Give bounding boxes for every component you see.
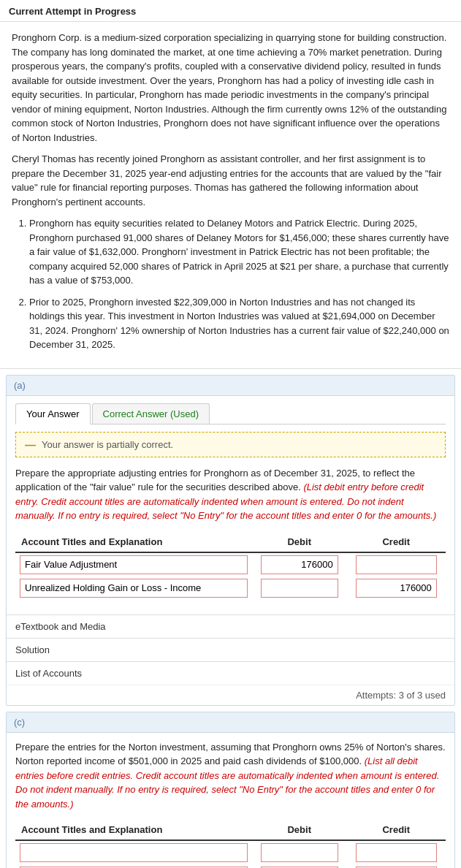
table-row-a-1 <box>15 552 446 576</box>
section-a: (a) Your Answer Correct Answer (Used) — … <box>6 375 455 706</box>
credit-input-a-1[interactable] <box>356 555 437 574</box>
credit-cell-a-2 <box>347 576 446 600</box>
account-cell-a-2 <box>15 576 252 600</box>
dash-icon: — <box>25 438 36 451</box>
tab-your-answer[interactable]: Your Answer <box>15 403 91 425</box>
credit-input-a-2[interactable] <box>356 579 437 598</box>
tab-correct-answer[interactable]: Correct Answer (Used) <box>92 403 210 424</box>
account-input-a-2[interactable] <box>20 579 248 598</box>
debit-cell-a-1 <box>252 552 347 576</box>
context-item-2: Prior to 2025, Pronghorn invested $22,30… <box>29 295 449 352</box>
table-header-row-c: Account Titles and Explanation Debit Cre… <box>15 820 446 840</box>
context-section: Pronghorn Corp. is a medium-sized corpor… <box>0 22 461 369</box>
debit-input-a-1[interactable] <box>261 555 338 574</box>
context-list: Pronghorn has equity securities related … <box>29 216 449 352</box>
credit-cell-c-rev-1 <box>347 840 446 864</box>
col-header-account-c: Account Titles and Explanation <box>15 820 252 840</box>
journal-table-a: Account Titles and Explanation Debit Cre… <box>15 532 446 600</box>
table-row-c-rev-1 <box>15 840 446 864</box>
alert-text: Your answer is partially correct. <box>42 439 173 450</box>
debit-cell-a-2 <box>252 576 347 600</box>
etextbook-row[interactable]: eTextbook and Media <box>7 614 454 638</box>
solution-row[interactable]: Solution <box>7 638 454 661</box>
context-item-1: Pronghorn has equity securities related … <box>29 216 449 288</box>
partial-correct-alert: — Your answer is partially correct. <box>15 432 446 457</box>
account-input-c-rev-1[interactable] <box>20 843 248 862</box>
account-cell-a-1 <box>15 552 252 576</box>
context-paragraph1: Pronghorn Corp. is a medium-sized corpor… <box>12 31 449 145</box>
section-a-inner: Your Answer Correct Answer (Used) — Your… <box>7 396 454 614</box>
account-input-a-1[interactable] <box>20 555 248 574</box>
instruction-c: Prepare the entries for the Norton inves… <box>15 740 446 812</box>
context-paragraph2: Cheryl Thomas has recently joined Prongh… <box>12 152 449 209</box>
section-a-label: (a) <box>7 376 454 396</box>
header-bar: Current Attempt in Progress <box>0 0 461 22</box>
section-c-label: (c) <box>7 712 454 733</box>
instruction-a: Prepare the appropriate adjusting entrie… <box>15 466 446 523</box>
col-header-debit-a: Debit <box>252 532 347 552</box>
debit-input-a-2[interactable] <box>261 579 338 598</box>
attempts-text: Attempts: 3 of 3 used <box>356 690 446 701</box>
section-c: (c) Prepare the entries for the Norton i… <box>6 712 455 869</box>
account-cell-c-rev-2 <box>15 864 252 868</box>
table-row-c-rev-2 <box>15 864 446 868</box>
credit-cell-c-rev-2 <box>347 864 446 868</box>
col-header-debit-c: Debit <box>252 820 347 840</box>
credit-cell-a-1 <box>347 552 446 576</box>
col-header-credit-a: Credit <box>347 532 446 552</box>
debit-cell-c-rev-1 <box>252 840 347 864</box>
credit-input-c-rev-1[interactable] <box>356 843 437 862</box>
debit-input-c-rev-1[interactable] <box>261 843 338 862</box>
header-title: Current Attempt in Progress <box>9 6 136 17</box>
col-header-account-a: Account Titles and Explanation <box>15 532 252 552</box>
section-c-inner: Prepare the entries for the Norton inves… <box>7 733 454 869</box>
attempts-row: Attempts: 3 of 3 used <box>7 685 454 705</box>
debit-cell-c-rev-2 <box>252 864 347 868</box>
journal-table-c: Account Titles and Explanation Debit Cre… <box>15 820 446 868</box>
tabs-row-a: Your Answer Correct Answer (Used) <box>15 403 446 425</box>
col-header-credit-c: Credit <box>347 820 446 840</box>
table-header-row-a: Account Titles and Explanation Debit Cre… <box>15 532 446 552</box>
account-cell-c-rev-1 <box>15 840 252 864</box>
list-of-accounts-row[interactable]: List of Accounts <box>7 661 454 685</box>
table-row-a-2 <box>15 576 446 600</box>
